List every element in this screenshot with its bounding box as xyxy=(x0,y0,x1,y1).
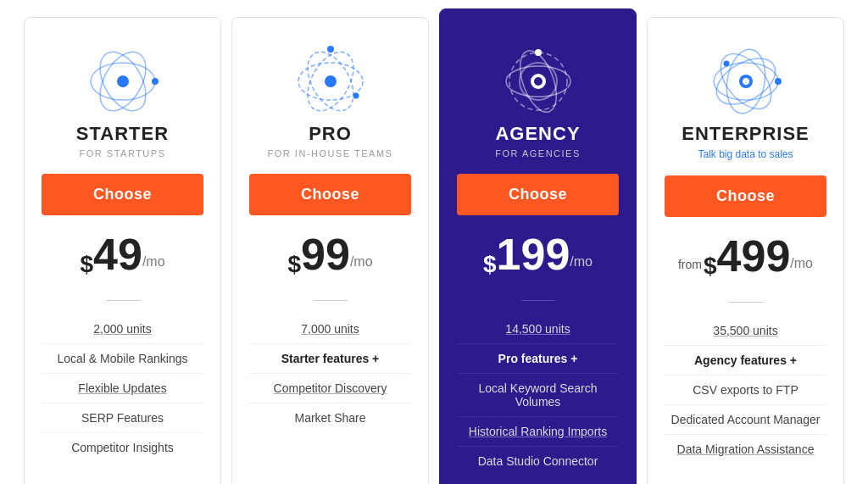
agency-divider xyxy=(521,300,555,301)
enterprise-price-block: from$499/mo xyxy=(678,234,813,278)
starter-feature-3: SERP Features xyxy=(42,403,203,433)
pro-features-list: 7,000 unitsStarter features +Competitor … xyxy=(249,314,411,432)
pro-name: PRO xyxy=(309,123,352,145)
pro-choose-button[interactable]: Choose xyxy=(249,174,411,215)
plan-card-enterprise: ENTERPRISETalk big data to salesChoosefr… xyxy=(647,17,844,484)
agency-feature-1: Pro features + xyxy=(457,344,619,374)
enterprise-feature-0: 35,500 units xyxy=(665,316,826,346)
starter-feature-2: Flexible Updates xyxy=(42,374,203,403)
starter-price-period: /mo xyxy=(142,254,165,270)
agency-price-period: /mo xyxy=(570,254,593,270)
agency-features-list: 14,500 unitsPro features +Local Keyword … xyxy=(457,314,619,476)
starter-icon xyxy=(85,43,161,123)
starter-subtitle: FOR STARTUPS xyxy=(80,148,166,159)
pro-price-period: /mo xyxy=(350,254,373,270)
starter-name: STARTER xyxy=(76,123,169,145)
pro-feature-0: 7,000 units xyxy=(249,314,411,344)
enterprise-subtitle: Talk big data to sales xyxy=(698,148,793,160)
enterprise-divider xyxy=(729,302,763,303)
agency-price-amount: 199 xyxy=(497,232,570,276)
agency-feature-3: Historical Ranking Imports xyxy=(457,417,619,447)
enterprise-feature-3: Dedicated Account Manager xyxy=(665,405,826,435)
starter-feature-0: 2,000 units xyxy=(42,314,203,344)
pro-feature-3: Market Share xyxy=(249,403,411,432)
svg-point-9 xyxy=(327,46,334,53)
plan-card-starter: STARTERFOR STARTUPSChoose$49/mo2,000 uni… xyxy=(24,17,221,484)
starter-features-list: 2,000 unitsLocal & Mobile RankingsFlexib… xyxy=(42,314,203,462)
agency-price-block: $199/mo xyxy=(483,232,593,276)
agency-feature-0: 14,500 units xyxy=(457,314,619,344)
svg-point-4 xyxy=(152,78,159,85)
starter-price-symbol: $ xyxy=(80,253,93,276)
agency-price-symbol: $ xyxy=(483,253,497,276)
pro-price-block: $99/mo xyxy=(287,232,372,276)
starter-feature-1: Local & Mobile Rankings xyxy=(42,344,203,374)
enterprise-features-list: 35,500 unitsAgency features +CSV exports… xyxy=(665,316,826,464)
pro-price-amount: 99 xyxy=(301,232,350,276)
enterprise-icon xyxy=(708,43,784,123)
starter-choose-button[interactable]: Choose xyxy=(42,174,203,215)
starter-divider xyxy=(106,300,140,301)
starter-feature-4: Competitor Insights xyxy=(42,433,203,462)
agency-subtitle: FOR AGENCIES xyxy=(495,148,581,159)
agency-name: AGENCY xyxy=(495,123,580,145)
enterprise-choose-button[interactable]: Choose xyxy=(665,175,826,217)
pro-price-symbol: $ xyxy=(287,253,301,276)
svg-point-8 xyxy=(325,75,337,87)
svg-point-17 xyxy=(535,49,542,56)
agency-choose-button[interactable]: Choose xyxy=(457,174,619,215)
svg-point-16 xyxy=(534,77,542,86)
svg-point-25 xyxy=(723,61,729,67)
starter-price-amount: 49 xyxy=(93,232,142,276)
enterprise-price-from: from xyxy=(678,258,702,271)
agency-feature-4: Data Studio Connector xyxy=(457,447,619,476)
enterprise-name: ENTERPRISE xyxy=(682,123,810,145)
enterprise-feature-2: CSV exports to FTP xyxy=(665,376,826,405)
pro-feature-2: Competitor Discovery xyxy=(249,374,411,403)
enterprise-feature-4: Data Migration Assistance xyxy=(665,435,826,464)
svg-point-24 xyxy=(775,78,782,85)
plan-card-agency: AGENCYFOR AGENCIESChoose$199/mo14,500 un… xyxy=(439,8,637,484)
pro-subtitle: FOR IN-HOUSE TEAMS xyxy=(268,148,393,159)
agency-feature-2: Local Keyword Search Volumes xyxy=(457,374,619,417)
pro-icon xyxy=(292,43,369,123)
pricing-container: STARTERFOR STARTUPSChoose$49/mo2,000 uni… xyxy=(19,17,849,484)
enterprise-price-symbol: $ xyxy=(704,254,717,278)
agency-icon xyxy=(500,43,576,123)
plan-card-pro: PROFOR IN-HOUSE TEAMSChoose$99/mo7,000 u… xyxy=(231,17,429,484)
svg-point-10 xyxy=(353,93,359,99)
svg-point-23 xyxy=(743,78,749,85)
svg-point-3 xyxy=(117,75,129,87)
pro-feature-1: Starter features + xyxy=(249,344,411,374)
starter-price-block: $49/mo xyxy=(80,232,164,276)
enterprise-price-period: /mo xyxy=(790,256,813,271)
pro-divider xyxy=(314,300,348,301)
enterprise-price-amount: 499 xyxy=(717,234,791,278)
enterprise-feature-1: Agency features + xyxy=(665,346,826,376)
